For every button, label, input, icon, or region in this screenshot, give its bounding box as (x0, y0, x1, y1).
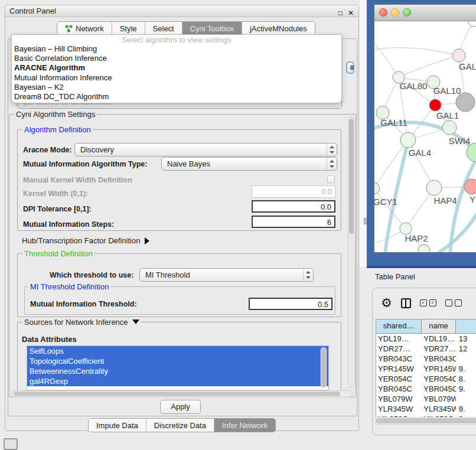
network-label-gal: GAL (459, 61, 476, 71)
table-row[interactable]: YDR27…YDR27…12 (376, 344, 476, 354)
table-row[interactable]: YDL19…YDL19…13 (376, 334, 476, 344)
table-cell: YDR27… (376, 344, 422, 354)
select-all-columns-icon[interactable]: ✓ ✓ (420, 299, 436, 306)
mi-steps-label: Mutual Information Steps: (23, 220, 114, 229)
aracne-mode-combo[interactable]: Discovery (74, 143, 337, 156)
mi-type-combo[interactable]: Naive Bayes (161, 157, 337, 171)
tab-jactivemnodules[interactable]: jActiveMNodules (242, 22, 315, 35)
settings-horizontal-scrollbar[interactable] (11, 390, 353, 397)
tab-impute-data[interactable]: Impute Data (89, 419, 146, 432)
network-node-red[interactable] (429, 99, 441, 111)
mi-threshold-field[interactable]: 0.5 (249, 298, 332, 310)
network-node-gcy1[interactable] (374, 182, 380, 194)
scrollbar-thumb[interactable] (14, 392, 340, 396)
dpi-tolerance-field[interactable]: 0.0 (252, 200, 335, 213)
network-node-hap2[interactable] (400, 223, 412, 234)
network-canvas[interactable]: GALGAL80GAL10GAL1GAL11SWI4GAL4GCY1HAP4YH… (374, 21, 476, 252)
dropdown-item-dream8-dc-tdc-algorithm[interactable]: Dream8 DC_TDC Algorithm (12, 92, 341, 102)
cyni-algorithm-settings-title: Cyni Algorithm Settings (14, 110, 97, 119)
dropdown-item-basic-correlation-inference[interactable]: Basic Correlation Inference (12, 54, 341, 63)
table-cell: 9. (456, 404, 476, 414)
checked-box-icon: ✓ (429, 299, 436, 306)
hub-definition-toggle[interactable]: Hub/Transcription Factor Definition (22, 236, 149, 245)
tab-discretize-data[interactable]: Discretize Data (146, 419, 214, 432)
zoom-traffic-light-icon[interactable] (403, 8, 411, 17)
scrollbar-thumb[interactable] (321, 348, 326, 387)
attribute-item-gal4rgexp[interactable]: gal4RGexp (27, 376, 328, 386)
docked-panel-icon[interactable] (4, 438, 18, 450)
kernel-width-field[interactable]: 0.0 (252, 185, 335, 198)
which-threshold-value: MI Threshold (145, 270, 303, 279)
float-window-icon[interactable]: □ (338, 7, 343, 19)
scrollbar-thumb[interactable] (376, 418, 476, 423)
table-row[interactable]: YBR045CYBR045C9. (376, 384, 476, 394)
close-window-icon[interactable]: ✕ (348, 7, 354, 19)
table-cell: YBR043C (422, 354, 456, 364)
dropdown-item-aracne-algorithm[interactable]: ARACNE Algorithm (12, 63, 341, 73)
data-attributes-list[interactable]: SelfLoopsTopologicalCoefficientBetweenne… (27, 345, 329, 390)
table-row[interactable]: YBR043CYBR043C (376, 354, 476, 364)
data-attributes-label: Data Attributes (22, 335, 77, 344)
network-label-gal4: GAL4 (409, 148, 431, 158)
dropdown-item-mutual-information-inference[interactable]: Mutual Information Inference (12, 73, 341, 83)
table-row[interactable]: YPR145WYPR145W9. (376, 364, 476, 374)
combo-arrows-icon (327, 144, 337, 156)
close-traffic-light-icon[interactable] (379, 8, 387, 17)
tab-label: Impute Data (96, 421, 138, 430)
table-cell: YBR043C (376, 354, 422, 364)
table-cell: YLR345W (422, 404, 456, 414)
attribute-item-selfloops[interactable]: SelfLoops (27, 346, 328, 356)
sources-toggle[interactable]: Sources for Network Inference (22, 318, 141, 327)
table-toolbar: ⚙ ✓ ✓ (381, 295, 476, 311)
table-cell: YBR045C (422, 384, 456, 394)
network-node-gal-top[interactable] (452, 49, 465, 62)
tab-select[interactable]: Select (145, 22, 182, 35)
table-row[interactable]: YER054CYER054C8. (376, 374, 476, 384)
scrollbar-thumb[interactable] (349, 119, 354, 234)
split-columns-icon[interactable] (401, 298, 411, 308)
tab-network[interactable]: Network (57, 22, 112, 35)
apply-button[interactable]: Apply (160, 400, 201, 414)
table-cell: YBL079W (422, 394, 456, 404)
network-window-titlebar[interactable] (374, 5, 476, 21)
mi-steps-field[interactable]: 6 (252, 216, 335, 228)
network-icon (65, 25, 73, 32)
dropdown-item-bayesian-k2[interactable]: Bayesian – K2 (12, 83, 341, 92)
minimize-traffic-light-icon[interactable] (391, 8, 399, 17)
column-header-col2[interactable] (456, 319, 476, 333)
panel-splitter[interactable] (360, 0, 367, 267)
manual-kernel-checkbox[interactable] (327, 175, 335, 183)
algorithm-dropdown-popup: Select algorithm to view settings Bayesi… (11, 34, 342, 103)
tab-infer-network[interactable]: Infer Network (214, 419, 275, 432)
attributes-list-scrollbar[interactable] (321, 347, 327, 389)
table-row[interactable]: YBL079WYBL079W (376, 394, 476, 404)
attribute-item-topologicalcoefficient[interactable]: TopologicalCoefficient (27, 356, 328, 366)
network-node-gal4[interactable] (400, 132, 416, 148)
network-node-gal1[interactable] (442, 120, 457, 135)
network-edge (374, 48, 459, 56)
bottom-tab-bar: Impute DataDiscretize DataInfer Network (88, 418, 276, 432)
attribute-item-betweennesscentrality[interactable]: BetweennessCentrality (27, 366, 328, 376)
control-panel-title: Control Panel (9, 6, 56, 15)
tab-style[interactable]: Style (112, 22, 145, 35)
column-header-name[interactable]: name (422, 319, 456, 333)
algorithm-combo-arrow-button[interactable] (346, 61, 354, 74)
algorithm-dropdown-placeholder: Select algorithm to view settings (12, 35, 341, 44)
control-panel-titlebar: Control Panel □ ✕ (5, 5, 358, 17)
settings-vertical-scrollbar[interactable] (348, 116, 355, 388)
table-horizontal-scrollbar[interactable] (374, 417, 476, 425)
dpi-tolerance-label: DPI Tolerance [0,1]: (23, 205, 92, 213)
which-threshold-combo[interactable]: MI Threshold (139, 268, 314, 282)
hub-definition-label: Hub/Transcription Factor Definition (22, 236, 140, 245)
network-node-top-partial[interactable] (468, 21, 476, 27)
table-row[interactable]: YLR345WYLR345W9. (376, 404, 476, 414)
table-cell: YDR27… (422, 344, 456, 354)
network-node-hap4[interactable] (426, 180, 442, 195)
dropdown-item-bayesian-hill-climbing[interactable]: Bayesian – Hill Climbing (12, 44, 341, 54)
column-header-shared-[interactable]: shared… (376, 319, 422, 333)
gear-icon[interactable]: ⚙ (381, 296, 392, 309)
data-attributes-items: SelfLoopsTopologicalCoefficientBetweenne… (27, 346, 328, 386)
tab-label: Select (153, 24, 174, 33)
tab-cyni-toolbox[interactable]: Cyni Toolbox (182, 22, 242, 35)
deselect-all-columns-icon[interactable] (445, 299, 462, 306)
